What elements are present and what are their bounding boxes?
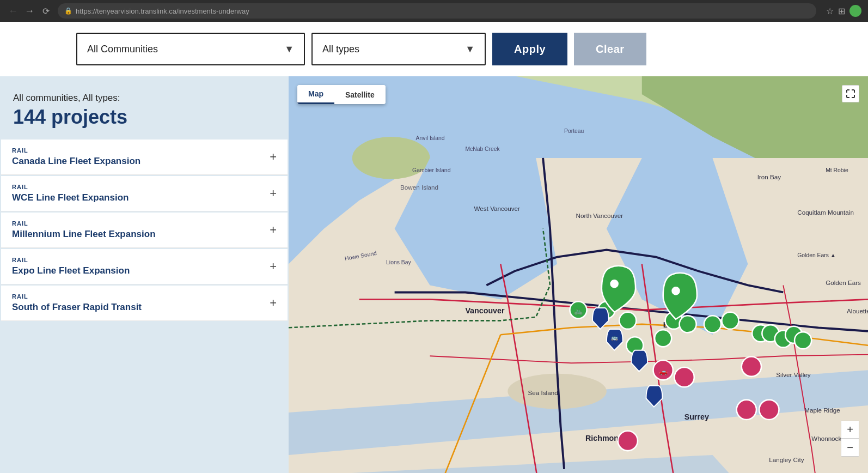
svg-text:Mt Robie: Mt Robie <box>826 167 848 173</box>
svg-point-64 <box>759 400 779 420</box>
list-item[interactable]: RAIL Canada Line Fleet Expansion + <box>1 140 288 175</box>
svg-text:McNab Creek: McNab Creek <box>465 146 500 152</box>
svg-text:Surrey: Surrey <box>684 413 709 421</box>
svg-point-49 <box>680 316 696 332</box>
svg-text:West Vancouver: West Vancouver <box>474 205 521 212</box>
types-dropdown[interactable]: All types ▼ <box>311 33 486 65</box>
list-item[interactable]: RAIL Expo Line Fleet Expansion + <box>1 249 288 284</box>
page-content: All Communities ▼ All types ▼ Apply Clea… <box>0 22 868 473</box>
expand-icon[interactable]: + <box>270 223 277 237</box>
project-info: RAIL Canada Line Fleet Expansion <box>12 147 140 167</box>
svg-text:Golden Ears: Golden Ears <box>826 279 861 286</box>
satellite-tab[interactable]: Satellite <box>334 85 386 104</box>
svg-point-60 <box>674 367 694 387</box>
zoom-in-button[interactable]: + <box>841 421 859 439</box>
fullscreen-button[interactable] <box>842 85 859 102</box>
project-type: RAIL <box>12 293 142 300</box>
communities-dropdown[interactable]: All Communities ▼ <box>76 33 305 65</box>
svg-point-65 <box>610 280 619 288</box>
project-type: RAIL <box>12 257 130 263</box>
zoom-out-button[interactable]: − <box>841 439 859 456</box>
map-toggle: Map Satellite <box>297 85 386 104</box>
sidebar: All communities, All types: 144 projects… <box>0 76 289 473</box>
svg-text:Iron Bay: Iron Bay <box>757 173 781 180</box>
map-background: Bowen Island Lions Bay West Vancouver No… <box>289 76 868 473</box>
project-count: 144 projects <box>13 106 276 129</box>
svg-text:Porteau: Porteau <box>564 128 584 134</box>
types-arrow-icon: ▼ <box>465 44 475 55</box>
svg-text:🚗: 🚗 <box>659 367 668 376</box>
svg-text:Bowen Island: Bowen Island <box>400 184 438 191</box>
zoom-controls: + − <box>841 421 859 457</box>
communities-label: All Communities <box>87 44 158 55</box>
expand-icon[interactable]: + <box>270 296 277 310</box>
project-type: RAIL <box>12 147 140 154</box>
svg-point-66 <box>671 287 680 295</box>
project-info: RAIL WCE Line Fleet Expansion <box>12 184 129 203</box>
sidebar-heading: All communities, All types: <box>13 93 276 104</box>
svg-point-62 <box>742 357 761 377</box>
map-tab[interactable]: Map <box>297 85 334 104</box>
svg-text:Coquitlam Mountain: Coquitlam Mountain <box>797 209 854 216</box>
user-avatar <box>849 5 861 17</box>
refresh-button[interactable]: ⟳ <box>39 4 52 17</box>
svg-text:Whonnock: Whonnock <box>811 435 841 442</box>
address-bar[interactable]: 🔒 https://tenyearvision.translink.ca/inv… <box>58 3 816 19</box>
expand-icon[interactable]: + <box>270 186 277 201</box>
apply-button[interactable]: Apply <box>492 33 567 65</box>
list-item[interactable]: RAIL South of Fraser Rapid Transit + <box>1 286 288 321</box>
bookmark-button[interactable]: ☆ <box>826 5 834 17</box>
project-info: RAIL Expo Line Fleet Expansion <box>12 257 130 276</box>
list-item[interactable]: RAIL WCE Line Fleet Expansion + <box>1 176 288 211</box>
svg-point-61 <box>618 431 638 451</box>
svg-text:🚲: 🚲 <box>574 306 583 316</box>
communities-arrow-icon: ▼ <box>284 44 294 55</box>
svg-point-45 <box>619 312 636 329</box>
svg-point-63 <box>737 400 756 420</box>
svg-text:Vancouver: Vancouver <box>465 306 505 315</box>
project-info: RAIL South of Fraser Rapid Transit <box>12 293 142 313</box>
browser-chrome: ← → ⟳ 🔒 https://tenyearvision.translink.… <box>0 0 868 22</box>
svg-text:Silver Valley: Silver Valley <box>776 371 810 378</box>
svg-text:Langley City: Langley City <box>769 456 804 463</box>
svg-text:🚌: 🚌 <box>611 334 618 341</box>
back-button[interactable]: ← <box>7 4 20 17</box>
types-label: All types <box>322 44 359 55</box>
project-type: RAIL <box>12 220 156 227</box>
project-name: Canada Line Fleet Expansion <box>12 156 140 167</box>
extensions-button[interactable]: ⊞ <box>838 5 845 17</box>
project-name: WCE Line Fleet Expansion <box>12 192 129 203</box>
project-list: RAIL Canada Line Fleet Expansion + RAIL … <box>0 140 289 321</box>
map-area[interactable]: Map Satellite <box>289 76 868 473</box>
svg-point-47 <box>655 330 671 347</box>
svg-text:Alouette: Alouette <box>847 307 868 314</box>
expand-icon[interactable]: + <box>270 150 277 164</box>
svg-text:North Vancouver: North Vancouver <box>576 212 624 219</box>
svg-text:Maple Ridge: Maple Ridge <box>804 407 840 414</box>
list-item[interactable]: RAIL Millennium Line Fleet Expansion + <box>1 213 288 248</box>
svg-text:Golden Ears ▲: Golden Ears ▲ <box>797 252 836 258</box>
svg-text:Sea Island: Sea Island <box>528 389 558 396</box>
forward-button[interactable]: → <box>23 4 36 17</box>
svg-point-50 <box>704 316 721 332</box>
project-type: RAIL <box>12 184 129 190</box>
sidebar-header: All communities, All types: 144 projects <box>0 87 289 140</box>
address-text: https://tenyearvision.translink.ca/inves… <box>76 7 249 15</box>
project-name: South of Fraser Rapid Transit <box>12 302 142 313</box>
project-info: RAIL Millennium Line Fleet Expansion <box>12 220 156 240</box>
project-name: Millennium Line Fleet Expansion <box>12 229 156 240</box>
svg-point-56 <box>794 332 811 349</box>
main-layout: All communities, All types: 144 projects… <box>0 76 868 473</box>
svg-text:Lions Bay: Lions Bay <box>386 259 411 265</box>
svg-text:Anvil Island: Anvil Island <box>416 135 445 141</box>
clear-button[interactable]: Clear <box>574 33 646 65</box>
filter-bar: All Communities ▼ All types ▼ Apply Clea… <box>0 22 868 76</box>
project-name: Expo Line Fleet Expansion <box>12 265 130 276</box>
expand-icon[interactable]: + <box>270 259 277 274</box>
lock-icon: 🔒 <box>64 7 72 15</box>
svg-point-51 <box>722 312 738 329</box>
svg-text:Gambier Island: Gambier Island <box>412 167 451 173</box>
